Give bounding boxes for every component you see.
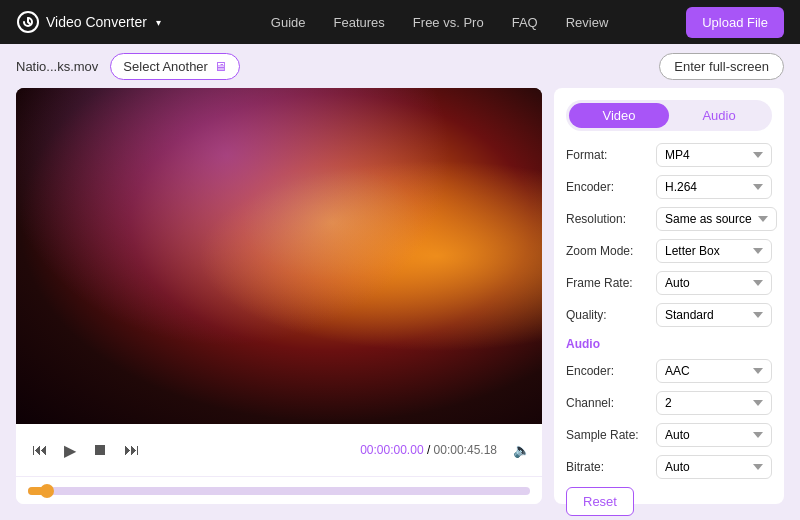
label-bitrate: Bitrate: xyxy=(566,460,656,474)
label-quality: Quality: xyxy=(566,308,656,322)
setting-row-quality: Quality: Standard xyxy=(566,303,772,327)
label-resolution: Resolution: xyxy=(566,212,656,226)
label-samplerate: Sample Rate: xyxy=(566,428,656,442)
file-name: Natio...ks.mov xyxy=(16,59,98,74)
header: Video Converter ▾ Guide Features Free vs… xyxy=(0,0,800,44)
nav-guide[interactable]: Guide xyxy=(271,15,306,30)
select-another-button[interactable]: Select Another 🖥 xyxy=(110,53,240,80)
label-channel: Channel: xyxy=(566,396,656,410)
logo-icon xyxy=(16,10,40,34)
label-encoder: Encoder: xyxy=(566,180,656,194)
video-panel: ⏮ ▶ ⏹ ⏭ 00:00:00.00 / 00:00:45.18 🔈 xyxy=(16,88,542,504)
logo[interactable]: Video Converter ▾ xyxy=(16,10,161,34)
label-framerate: Frame Rate: xyxy=(566,276,656,290)
fast-forward-button[interactable]: ⏭ xyxy=(120,439,144,461)
label-zoom: Zoom Mode: xyxy=(566,244,656,258)
stop-button[interactable]: ⏹ xyxy=(88,439,112,461)
setting-row-encoder: Encoder: H.264 xyxy=(566,175,772,199)
select-resolution[interactable]: Same as source xyxy=(656,207,777,231)
settings-tabs: Video Audio xyxy=(566,100,772,131)
setting-row-bitrate: Bitrate: Auto xyxy=(566,455,772,479)
tab-audio[interactable]: Audio xyxy=(669,103,769,128)
select-encoder[interactable]: H.264 xyxy=(656,175,772,199)
volume-button[interactable]: 🔈 xyxy=(513,442,530,458)
upload-file-button[interactable]: Upload File xyxy=(686,7,784,38)
setting-row-samplerate: Sample Rate: Auto xyxy=(566,423,772,447)
tab-video[interactable]: Video xyxy=(569,103,669,128)
setting-row-resolution: Resolution: Same as source xyxy=(566,207,772,231)
select-another-label: Select Another xyxy=(123,59,208,74)
reset-button[interactable]: Reset xyxy=(566,487,634,516)
select-quality[interactable]: Standard xyxy=(656,303,772,327)
fullscreen-button[interactable]: Enter full-screen xyxy=(659,53,784,80)
select-zoom[interactable]: Letter Box xyxy=(656,239,772,263)
progress-track[interactable] xyxy=(28,487,530,495)
time-total: 00:00:45.18 xyxy=(434,443,497,457)
select-samplerate[interactable]: Auto xyxy=(656,423,772,447)
select-framerate[interactable]: Auto xyxy=(656,271,772,295)
time-display: 00:00:00.00 / 00:00:45.18 xyxy=(360,443,497,457)
setting-row-audio-encoder: Encoder: AAC xyxy=(566,359,772,383)
video-thumbnail xyxy=(16,88,542,424)
setting-row-format: Format: MP4 xyxy=(566,143,772,167)
label-audio-encoder: Encoder: xyxy=(566,364,656,378)
setting-row-framerate: Frame Rate: Auto xyxy=(566,271,772,295)
settings-panel: Video Audio Format: MP4 Encoder: H.264 R… xyxy=(554,88,784,504)
audio-section-label: Audio xyxy=(566,337,772,351)
nav-review[interactable]: Review xyxy=(566,15,609,30)
monitor-icon: 🖥 xyxy=(214,59,227,74)
main-nav: Guide Features Free vs. Pro FAQ Review xyxy=(193,15,686,30)
select-bitrate[interactable]: Auto xyxy=(656,455,772,479)
time-current: 00:00:00.00 xyxy=(360,443,423,457)
audio-settings-section: Encoder: AAC Channel: 2 Sample Rate: Aut… xyxy=(566,359,772,487)
setting-row-zoom: Zoom Mode: Letter Box xyxy=(566,239,772,263)
logo-text: Video Converter xyxy=(46,14,147,30)
time-separator: / xyxy=(427,443,430,457)
rewind-button[interactable]: ⏮ xyxy=(28,439,52,461)
nav-faq[interactable]: FAQ xyxy=(512,15,538,30)
logo-dropdown-arrow[interactable]: ▾ xyxy=(156,17,161,28)
progress-bar-container[interactable] xyxy=(16,476,542,504)
main-content: ⏮ ▶ ⏹ ⏭ 00:00:00.00 / 00:00:45.18 🔈 Vide… xyxy=(0,88,800,520)
toolbar: Natio...ks.mov Select Another 🖥 Enter fu… xyxy=(0,44,800,88)
progress-thumb[interactable] xyxy=(40,484,54,498)
video-settings-section: Format: MP4 Encoder: H.264 Resolution: S… xyxy=(566,143,772,335)
select-format[interactable]: MP4 xyxy=(656,143,772,167)
video-area[interactable] xyxy=(16,88,542,424)
video-controls: ⏮ ▶ ⏹ ⏭ 00:00:00.00 / 00:00:45.18 🔈 xyxy=(16,424,542,476)
nav-free-vs-pro[interactable]: Free vs. Pro xyxy=(413,15,484,30)
nav-features[interactable]: Features xyxy=(334,15,385,30)
setting-row-channel: Channel: 2 xyxy=(566,391,772,415)
play-button[interactable]: ▶ xyxy=(60,439,80,462)
select-audio-encoder[interactable]: AAC xyxy=(656,359,772,383)
label-format: Format: xyxy=(566,148,656,162)
select-channel[interactable]: 2 xyxy=(656,391,772,415)
